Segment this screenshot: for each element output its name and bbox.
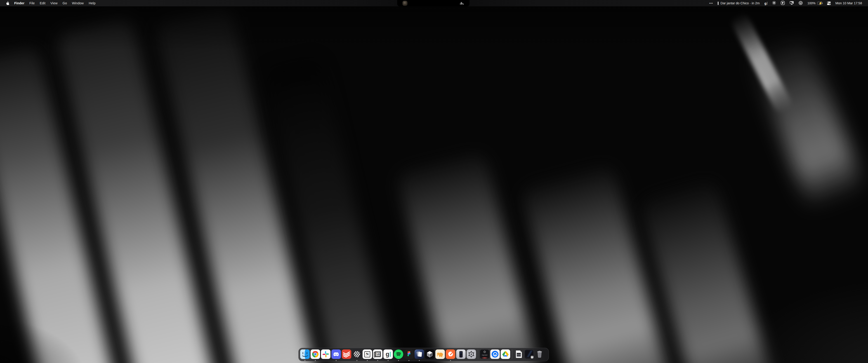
running-indicator: [367, 360, 368, 361]
slack-icon: [321, 350, 331, 359]
running-indicator: [315, 360, 316, 361]
menu-view[interactable]: View: [48, 0, 60, 6]
reminder-text: Dar jantar do Chico · in 2m: [721, 1, 760, 5]
gear-icon: [467, 350, 476, 359]
text-cursor-icon: [767, 2, 767, 5]
linear-icon: [352, 350, 362, 359]
dock-item-todoist[interactable]: [342, 350, 351, 359]
apple-logo-icon: [6, 1, 10, 6]
notion-icon: N: [363, 350, 372, 359]
one-password-dock-icon: [490, 350, 500, 359]
dock-item-notion-calendar[interactable]: 10: [373, 350, 382, 359]
running-indicator: [305, 360, 305, 361]
charging-bolt-icon: ⚡: [819, 2, 822, 5]
menubar-clock[interactable]: Mon 10 Mar 17:58: [833, 0, 864, 6]
menu-file[interactable]: File: [27, 0, 37, 6]
menu-edit[interactable]: Edit: [37, 0, 48, 6]
trash-icon: [535, 350, 544, 359]
sun-gear-menubar-item[interactable]: [770, 0, 778, 6]
craft-icon: [414, 350, 424, 359]
apple-menu[interactable]: [4, 0, 12, 6]
dock-item-chrome[interactable]: [311, 350, 320, 359]
dock-item-postman[interactable]: [446, 350, 455, 359]
notch-now-playing-widget[interactable]: [397, 0, 469, 6]
running-indicator: [398, 360, 399, 361]
running-indicator: [450, 360, 451, 361]
dock-item-figma[interactable]: [404, 350, 414, 359]
desktop-wallpaper: [0, 0, 868, 363]
dock-item-screenshot-file[interactable]: 11: [524, 350, 534, 359]
figma-icon: [404, 350, 414, 359]
notion-calendar-icon: 10: [373, 350, 382, 359]
running-indicator: [356, 360, 358, 361]
dock-item-discord[interactable]: [331, 350, 341, 359]
wallpaper-vignette: [0, 0, 868, 363]
spotify-icon: [394, 350, 403, 359]
one-password-menubar-item[interactable]: [796, 0, 805, 6]
menubar-manager-icon: [781, 1, 785, 6]
battery-menubar-item[interactable]: 100% ⚡: [805, 0, 825, 6]
dock-item-1password[interactable]: [490, 350, 500, 359]
dock-item-notion[interactable]: N: [363, 350, 372, 359]
reminder-item[interactable]: Dar jantar do Chico · in 2m: [715, 0, 762, 6]
dock-item-trash[interactable]: [535, 350, 544, 359]
elephant-icon: [435, 350, 445, 359]
dock-item-raycast[interactable]: raycast: [480, 350, 489, 359]
display-icon: [789, 1, 794, 5]
running-indicator: [336, 360, 337, 361]
dock-item-craft[interactable]: [414, 350, 424, 359]
dock-item-finder[interactable]: [300, 350, 310, 359]
equalizer-bars-icon: [460, 2, 464, 4]
dock-item-3d-cube-app[interactable]: [425, 350, 434, 359]
dock: N 10 g: [298, 348, 549, 361]
dock-item-ios-simulator[interactable]: [456, 350, 466, 359]
todoist-icon: [342, 350, 351, 359]
dock-item-slack[interactable]: [321, 350, 331, 359]
menu-go[interactable]: Go: [60, 0, 70, 6]
grammarly-menubar-item[interactable]: g: [762, 0, 770, 6]
chrome-icon: [311, 350, 320, 359]
document-file-icon: [514, 350, 524, 359]
dock-item-grammarly[interactable]: g: [383, 350, 393, 359]
raycast-icon: raycast: [480, 350, 489, 359]
menu-bar-left: Finder File Edit View Go Window Help: [0, 0, 98, 6]
finder-icon: [300, 350, 310, 359]
dock-item-spotify[interactable]: [394, 350, 403, 359]
album-art-thumbnail[interactable]: [403, 1, 407, 6]
sun-gear-icon: [772, 1, 776, 5]
menubar-overflow-icon[interactable]: •••: [707, 0, 715, 6]
running-indicator: [408, 360, 409, 361]
control-center-icon: [827, 2, 831, 5]
calendar-badge: 11: [531, 356, 533, 359]
reminder-pill-icon: [718, 2, 719, 5]
control-center-menubar-item[interactable]: [825, 0, 833, 6]
dock-item-elephant-app[interactable]: [435, 350, 445, 359]
menu-window[interactable]: Window: [69, 0, 86, 6]
display-menubar-item[interactable]: [787, 0, 796, 6]
menu-help[interactable]: Help: [86, 0, 98, 6]
desktop: Finder File Edit View Go Window Help •••…: [0, 0, 868, 363]
running-indicator: [419, 360, 420, 361]
running-indicator: [388, 360, 389, 361]
menu-bar-status-area: ••• Dar jantar do Chico · in 2m g: [707, 0, 868, 6]
discord-icon: [331, 350, 341, 359]
grammarly-icon: g: [383, 350, 393, 359]
screenshot-file-icon: 11: [524, 350, 534, 359]
dock-item-document-file[interactable]: [514, 350, 524, 359]
iphone-simulator-icon: [456, 350, 466, 359]
battery-icon: ⚡: [817, 2, 822, 4]
dock-item-system-settings[interactable]: [467, 350, 476, 359]
cube-3d-icon: [425, 350, 434, 359]
dock-divider: [478, 350, 478, 359]
dock-item-linear[interactable]: [352, 350, 362, 359]
menu-app-name[interactable]: Finder: [12, 0, 27, 6]
dock-divider: [512, 350, 512, 359]
one-password-icon: [799, 1, 803, 6]
menubar-manager-item[interactable]: [778, 0, 787, 6]
google-drive-icon: [501, 350, 510, 359]
postman-icon: [446, 350, 455, 359]
dock-item-google-drive[interactable]: [501, 350, 510, 359]
battery-percent: 100%: [807, 1, 815, 5]
running-indicator: [377, 360, 378, 361]
